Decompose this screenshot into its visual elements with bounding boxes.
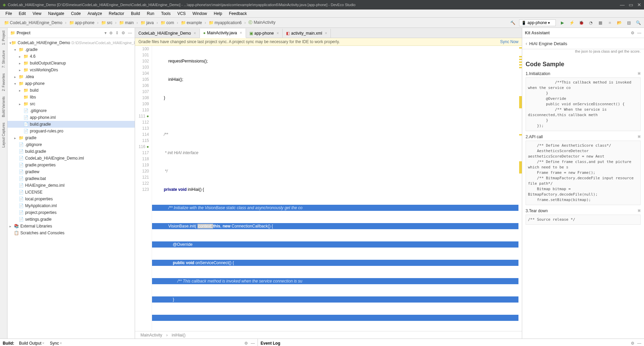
- tree-gradle-dir[interactable]: ▾📁.gradle: [7, 46, 135, 53]
- tree-external-libs[interactable]: ▸📚External Libraries: [7, 223, 135, 230]
- section-initialization[interactable]: 1.Initialization▣: [526, 71, 641, 76]
- minimize-panel-icon[interactable]: —: [128, 31, 132, 35]
- tree-gitignore[interactable]: 📄.gitignore: [7, 107, 135, 114]
- project-tree[interactable]: ▾📁CodeLab_HIAIEngine_DemoD:\DS\meixue\Co…: [7, 38, 135, 339]
- menu-view[interactable]: View: [30, 11, 44, 17]
- tab-project[interactable]: 1: Project: [1, 29, 6, 46]
- tree-projprops[interactable]: 📄project.properties: [7, 209, 135, 216]
- tree-myapp-iml[interactable]: 📄MyApplication.iml: [7, 202, 135, 209]
- tree-src[interactable]: ▸📁src: [7, 101, 135, 107]
- event-minimize-icon[interactable]: —: [637, 341, 641, 346]
- footer-method[interactable]: iniHiai(): [172, 333, 186, 338]
- tree-gradlew[interactable]: 📄gradlew: [7, 168, 135, 175]
- menu-help[interactable]: Help: [211, 11, 225, 17]
- maximize-icon[interactable]: ▭: [629, 2, 633, 7]
- sync-icon[interactable]: 📂: [616, 20, 622, 26]
- collapse-icon[interactable]: ▣: [638, 71, 641, 75]
- tree-appphone-iml[interactable]: 📄app-phone.iml: [7, 114, 135, 121]
- tree-gradle2[interactable]: ▸📁gradle: [7, 134, 135, 141]
- crumb-pkg[interactable]: 📁myapplication6: [207, 20, 243, 26]
- tree-license[interactable]: 📄LICENSE: [7, 189, 135, 196]
- close-tab-icon[interactable]: ×: [325, 31, 327, 36]
- run-config-select[interactable]: 📱 app-phone ▾: [519, 19, 556, 26]
- project-view-icon[interactable]: 📁: [10, 31, 15, 35]
- profiler-icon[interactable]: ◔: [588, 20, 594, 26]
- tree-buildgradle2[interactable]: 📄build.gradle: [7, 148, 135, 155]
- close-tab-icon[interactable]: ×: [277, 31, 279, 36]
- close-tab-icon[interactable]: ×: [194, 31, 196, 36]
- menu-tools[interactable]: Tools: [158, 11, 173, 17]
- apply-changes-icon[interactable]: ⚡: [569, 20, 575, 26]
- avd-icon[interactable]: ▦: [597, 20, 603, 26]
- build-minimize-icon[interactable]: —: [251, 341, 255, 346]
- tree-demo-iml[interactable]: 📄CodeLab_HIAIEngine_Demo.iml: [7, 155, 135, 162]
- collapse-icon[interactable]: ▣: [638, 134, 641, 138]
- project-panel-title[interactable]: Project: [17, 31, 105, 35]
- menu-run[interactable]: Run: [144, 11, 157, 17]
- crumb-main[interactable]: 📁main: [118, 20, 135, 26]
- search-icon[interactable]: 🔍: [635, 20, 641, 26]
- menu-refactor[interactable]: Refactor: [106, 11, 127, 17]
- section-teardown[interactable]: 3.Tear down▣: [526, 208, 641, 213]
- assistant-minimize-icon[interactable]: —: [637, 31, 641, 35]
- menu-edit[interactable]: Edit: [16, 11, 29, 17]
- close-icon[interactable]: ✕: [637, 2, 641, 7]
- tree-vcsworking[interactable]: ▸📁vcsWorkingDirs: [7, 67, 135, 73]
- crumb-appphone[interactable]: 📁app-phone: [68, 20, 96, 26]
- footer-class[interactable]: MainActivity: [140, 333, 162, 338]
- collapse-icon[interactable]: ⇕: [115, 31, 119, 35]
- error-stripe[interactable]: [518, 46, 522, 331]
- settings-icon[interactable]: ⚙: [121, 31, 125, 35]
- tree-build-gradle[interactable]: 📄build.gradle: [7, 121, 135, 128]
- tree-settings[interactable]: 📄settings.gradle: [7, 216, 135, 223]
- tree-buildoutput[interactable]: ▸📁buildOutputCleanup: [7, 60, 135, 67]
- crumb-com[interactable]: 📁com: [159, 20, 175, 26]
- build-output-tab[interactable]: Build Output×: [17, 340, 46, 346]
- tab-layout-captures[interactable]: Layout Captures: [1, 121, 6, 149]
- tab-structure[interactable]: 7: Structure: [1, 49, 6, 69]
- tree-localprops[interactable]: 📄local.properties: [7, 196, 135, 202]
- collapse-icon[interactable]: ▣: [638, 208, 641, 212]
- tab-favorites[interactable]: 2: Favorites: [1, 72, 6, 92]
- build-hammer-icon[interactable]: 🔨: [510, 20, 516, 26]
- tree-gradleprops[interactable]: 📄gradle.properties: [7, 162, 135, 168]
- menu-analyze[interactable]: Analyze: [85, 11, 105, 17]
- tab-codelab[interactable]: CodeLab_HIAIEngine_Demo×: [135, 29, 200, 38]
- event-gear-icon[interactable]: ⚙: [631, 341, 634, 346]
- build-sync-tab[interactable]: Sync×: [48, 340, 64, 346]
- tab-build-variants[interactable]: Build Variants: [1, 95, 6, 119]
- menu-feedback[interactable]: Feedback: [226, 11, 250, 17]
- tree-scratches[interactable]: 📋Scratches and Consoles: [7, 230, 135, 236]
- tab-activity-xml[interactable]: ◧activity_main.xml×: [283, 29, 331, 38]
- menu-code[interactable]: Code: [68, 11, 83, 17]
- snippet-api[interactable]: /** Define AestheticScore class*/ Aesthe…: [526, 141, 641, 205]
- sync-now-link[interactable]: Sync Now: [500, 39, 518, 44]
- tree-hiai-iml[interactable]: 📄HIAIEngine_demo.iml: [7, 182, 135, 189]
- tree-gitignore2[interactable]: 📄.gitignore: [7, 141, 135, 148]
- snippet-init[interactable]: /**This callback method is invoked when …: [526, 77, 641, 131]
- close-tab-icon[interactable]: ×: [240, 31, 242, 35]
- tree-build[interactable]: ▸📁build: [7, 87, 135, 94]
- section-api-call[interactable]: 2.API call▣: [526, 134, 641, 139]
- tree-libs[interactable]: 📁libs: [7, 94, 135, 101]
- menu-navigate[interactable]: Navigate: [45, 11, 67, 17]
- menu-window[interactable]: Window: [190, 11, 210, 17]
- back-icon[interactable]: ‹: [526, 41, 527, 46]
- crumb-src[interactable]: 📁src: [100, 20, 114, 26]
- crumb-example[interactable]: 📁example: [179, 20, 203, 26]
- crumb-class[interactable]: ⓒ MainActivity: [247, 19, 277, 26]
- locate-icon[interactable]: ⊕: [109, 31, 113, 35]
- run-icon[interactable]: ▶: [559, 20, 565, 26]
- snippet-teardown[interactable]: /** Source release */: [526, 215, 641, 225]
- minimize-icon[interactable]: —: [620, 2, 625, 7]
- crumb-java[interactable]: 📁java: [139, 20, 155, 26]
- code-editor[interactable]: 100101102103104105106107108109110111 ●11…: [135, 46, 522, 331]
- stop-icon[interactable]: ■: [607, 20, 613, 26]
- tree-idea[interactable]: ▸📁.idea: [7, 73, 135, 80]
- menu-vcs[interactable]: VCS: [175, 11, 189, 17]
- crumb-root[interactable]: 📁CodeLab_HIAIEngine_Demo: [3, 20, 64, 26]
- debug-icon[interactable]: 🐞: [578, 20, 584, 26]
- structure-icon[interactable]: ▤: [626, 20, 632, 26]
- tree-gradlew-bat[interactable]: 📄gradlew.bat: [7, 175, 135, 182]
- menu-build[interactable]: Build: [128, 11, 143, 17]
